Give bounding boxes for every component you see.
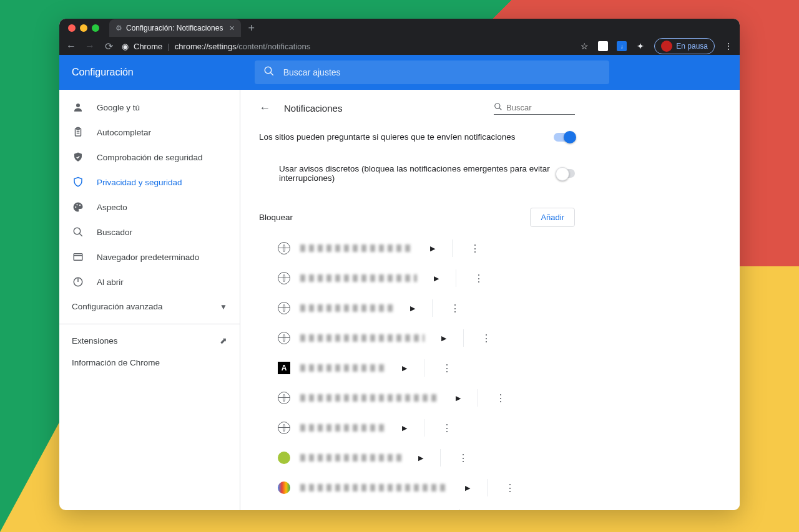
address-bar[interactable]: ◉ Chrome | chrome://settings/content/not… (122, 42, 310, 51)
site-url-redacted (300, 304, 393, 312)
blocked-site-row[interactable]: ▶⋮ (259, 233, 575, 263)
shieldcheck-icon (72, 151, 84, 163)
panel-search-input[interactable] (506, 103, 575, 112)
blocked-site-row[interactable]: ▶⋮ (259, 323, 575, 353)
power-icon (72, 276, 84, 288)
close-tab-icon[interactable]: × (229, 23, 234, 33)
sidebar-item-label: Al abrir (97, 278, 124, 287)
new-tab-button[interactable]: + (248, 22, 255, 35)
blocked-site-row[interactable]: A▶⋮ (259, 353, 575, 383)
globe-icon (278, 272, 290, 284)
forward-button: → (84, 41, 96, 52)
chevron-right-icon: ▶ (427, 274, 446, 283)
site-favicon (278, 452, 290, 464)
more-options-icon[interactable]: ⋮ (443, 302, 468, 314)
svg-point-2 (76, 104, 80, 107)
globe-icon (278, 332, 290, 344)
extension-icon-1[interactable] (598, 41, 608, 51)
site-favicon (278, 481, 290, 494)
reload-button[interactable]: ⟳ (103, 41, 114, 52)
toggle-main[interactable] (554, 133, 575, 142)
extensions-puzzle-icon[interactable]: ✦ (635, 41, 645, 51)
svg-point-16 (495, 104, 500, 109)
search-icon (494, 102, 502, 113)
clipboard-icon (72, 126, 84, 138)
sidebar-item-7[interactable]: Al abrir (59, 269, 233, 294)
more-options-icon[interactable]: ⋮ (466, 273, 491, 284)
chevron-right-icon: ▶ (434, 334, 453, 342)
chrome-icon: ◉ (122, 42, 129, 51)
sidebar-item-label: Comprobación de seguridad (97, 153, 203, 162)
sidebar-item-3[interactable]: Privacidad y seguridad (59, 170, 233, 195)
globe-icon (278, 422, 290, 434)
sidebar-item-4[interactable]: Aspecto (59, 195, 233, 220)
menu-icon[interactable]: ⋮ (723, 41, 733, 51)
add-button[interactable]: Añadir (530, 208, 575, 227)
external-icon: ⬈ (220, 336, 227, 346)
svg-point-7 (75, 206, 76, 208)
sidebar-item-label: Aspecto (97, 203, 127, 212)
sidebar-item-label: Buscador (97, 228, 132, 237)
palette-icon (72, 201, 84, 213)
more-options-icon[interactable]: ⋮ (451, 452, 476, 464)
site-url-redacted (300, 244, 413, 252)
more-options-icon[interactable]: ⋮ (434, 422, 459, 434)
sidebar-item-0[interactable]: Google y tú (59, 95, 233, 120)
toggle-sub-label: Usar avisos discretos (bloquea las notif… (279, 164, 557, 183)
more-options-icon[interactable]: ⋮ (474, 332, 499, 344)
block-section-header: Bloquear (259, 213, 293, 222)
browser-window: ⚙ Configuración: Notificaciones × + ← → … (59, 19, 740, 510)
panel-back-button[interactable]: ← (259, 102, 270, 115)
sidebar-item-2[interactable]: Comprobación de seguridad (59, 145, 233, 170)
sidebar-item-1[interactable]: Autocompletar (59, 120, 233, 145)
blocked-site-row[interactable]: ▶⋮ (259, 293, 575, 323)
settings-search[interactable] (255, 60, 609, 84)
globe-icon (278, 302, 290, 314)
svg-point-0 (265, 67, 272, 74)
chevron-right-icon: ▶ (395, 424, 414, 432)
window-controls[interactable] (68, 24, 99, 32)
more-options-icon[interactable]: ⋮ (463, 243, 488, 254)
svg-rect-12 (74, 254, 82, 261)
site-url-redacted (300, 424, 385, 432)
shield-icon (72, 176, 84, 188)
back-button[interactable]: ← (66, 41, 77, 52)
blocked-site-row[interactable]: ▶⋮ (259, 383, 575, 413)
browser-tab[interactable]: ⚙ Configuración: Notificaciones × (109, 19, 241, 37)
sidebar-item-5[interactable]: Buscador (59, 220, 233, 244)
blocked-site-row[interactable]: ▶⋮ (259, 473, 575, 503)
tab-title: Configuración: Notificaciones (126, 24, 223, 32)
chevron-right-icon: ▶ (449, 394, 468, 402)
blocked-site-row[interactable]: BTB▶⋮ (259, 503, 575, 510)
search-icon (72, 226, 84, 238)
site-url-redacted (300, 454, 401, 462)
extension-icon-2[interactable]: ↓ (617, 41, 627, 51)
site-url-redacted (300, 364, 385, 372)
browser-icon (72, 251, 84, 263)
sidebar-link-0[interactable]: Extensiones⬈ (59, 329, 240, 352)
globe-icon (278, 392, 290, 404)
svg-point-9 (79, 205, 81, 206)
settings-search-input[interactable] (283, 67, 600, 77)
blocked-site-row[interactable]: ▶⋮ (259, 413, 575, 443)
more-options-icon[interactable]: ⋮ (488, 392, 513, 404)
sidebar-advanced[interactable]: Configuración avanzada▼ (59, 294, 240, 319)
person-icon (72, 101, 84, 114)
toggle-sub[interactable] (557, 169, 575, 178)
blocked-site-row[interactable]: ▶⋮ (259, 443, 575, 473)
sidebar-item-6[interactable]: Navegador predeterminado (59, 244, 233, 269)
profile-chip[interactable]: En pausa (654, 38, 715, 54)
panel-search[interactable] (494, 101, 575, 115)
more-options-icon[interactable]: ⋮ (498, 482, 522, 494)
site-url-redacted (300, 274, 417, 282)
search-icon (263, 65, 275, 79)
site-url-redacted (300, 334, 424, 342)
chevron-right-icon: ▶ (411, 454, 430, 462)
sidebar-item-label: Navegador predeterminado (97, 253, 199, 262)
avatar (661, 41, 672, 52)
panel-title: Notificaciones (284, 103, 342, 114)
sidebar-link-1[interactable]: Información de Chrome (59, 352, 240, 374)
bookmark-icon[interactable]: ☆ (579, 41, 589, 51)
blocked-site-row[interactable]: ▶⋮ (259, 263, 575, 293)
more-options-icon[interactable]: ⋮ (434, 362, 459, 374)
